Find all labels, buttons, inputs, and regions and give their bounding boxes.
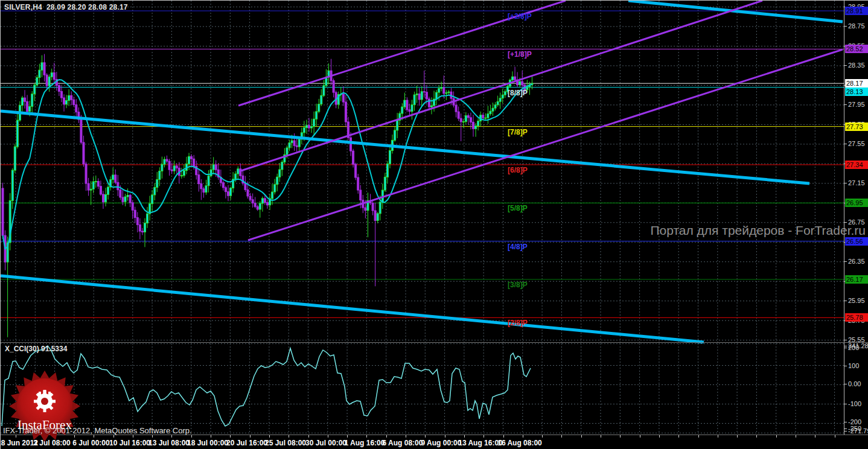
price-badge: 27.73 [845,123,868,131]
time-label: 16 Aug 08:00 [497,439,542,447]
time-axis-tick-mark [191,435,192,438]
candle-body-up [377,214,378,221]
price-axis-tick-mark [844,26,847,27]
time-axis-tick-mark [328,435,328,438]
candle-body-up [237,169,239,174]
candle-body-up [261,199,263,203]
candle-body-down [203,189,205,193]
time-label: 25 Jul 08:00 [265,439,306,447]
time-axis-tick-mark [620,435,621,438]
candle-body-down [293,141,295,145]
candle-body-up [107,187,109,194]
trendline [1,111,809,183]
candle-body-down [257,206,258,209]
time-axis-tick-mark [542,435,543,438]
candle-body-down [514,77,516,80]
price-badge: 25.78 [845,313,868,322]
candle-body-up [492,108,494,111]
candle-body-up [289,143,290,148]
time-label: 13 Aug 16:00 [458,439,503,447]
time-label: 30 Jul 00:00 [305,439,346,447]
candle-body-up [462,121,464,122]
cci-axis-tick-mark [844,384,847,384]
time-axis-tick-mark [445,435,445,438]
candle-body-down [191,156,193,159]
candle-body-down [85,164,87,183]
candle-body-up [127,195,129,197]
candle-body-down [350,138,352,151]
time-axis-tick-mark [601,435,601,438]
candle-body-down [88,183,89,190]
candle-body-up [152,195,153,204]
time-axis-tick-mark [425,435,426,438]
candle-body-up [208,176,209,185]
price-chart-pane[interactable] [1,1,844,343]
candle-body-up [159,171,161,179]
price-tick: 27.15 [848,180,865,186]
candle-body-down [83,142,85,164]
candle-body-up [499,98,501,101]
price-badge: 28.13 [845,88,868,96]
price-axis-tick-mark [844,340,847,340]
candle-body-up [92,182,94,189]
price-badge: 27.34 [845,161,868,169]
candle-body-down [374,211,376,220]
time-axis-tick-mark [698,435,699,438]
candle-body-down [353,151,354,164]
candle-body-up [475,126,477,129]
candle-body-up [147,214,148,223]
symbol-ohlc-readout: SILVER,H4 28.09 28.20 28.08 28.17 [4,3,128,11]
time-axis-tick-mark [386,435,387,438]
candle-body-up [303,128,305,133]
time-axis-tick-mark [659,435,660,438]
time-axis-tick-mark [250,435,251,438]
candle-body-up [318,104,320,111]
candle-body-down [357,177,359,190]
candle-body-up [235,174,237,179]
candle-body-up [180,176,182,176]
candle-body-up [286,148,288,154]
trendline [1,276,704,342]
murrey-label: [7/8]P [508,128,528,136]
candle-body-down [254,203,256,207]
price-tick: 27.55 [848,141,865,147]
price-badge: 26.95 [845,199,868,207]
murrey-label: [8/8]P [508,89,528,97]
candle-body-down [97,181,99,186]
time-axis-tick-mark [308,435,309,438]
candle-body-up [274,185,276,192]
candle-body-down [100,186,101,194]
murrey-label: [2/8]P [508,319,528,327]
price-axis-tick-mark [844,222,847,223]
pane-separator [1,342,868,343]
candle-body-up [112,175,114,180]
candle-body-down [58,86,60,92]
candle-body-down [418,94,420,99]
murrey-label: [4/8]P [508,243,528,251]
candle-body-up [411,105,413,112]
candle-body-up [465,116,467,122]
candle-body-up [48,77,50,86]
candle-body-up [276,177,278,184]
candle-body-up [66,101,68,104]
candle-body-up [279,170,281,177]
candle-body-up [29,106,31,111]
candle-body-up [511,77,513,80]
cci-grid [1,343,844,434]
time-label: 10 Jul 16:00 [109,439,150,447]
candle-body-up [14,147,16,170]
cci-line [2,346,531,426]
trendline [628,1,843,22]
candle-body-up [183,171,185,176]
candle-body-up [494,105,496,108]
cci-axis-tick-mark [844,431,847,431]
candle-body-down [264,199,266,203]
time-label: 1 Aug 16:00 [345,439,385,447]
candle-body-down [27,101,28,111]
candle-body-down [522,81,523,85]
candle-body-down [225,188,226,192]
candle-body-up [477,121,479,126]
candle-body-down [247,189,249,196]
candle-body-down [296,145,298,147]
time-label: 9 Aug 00:00 [421,439,462,447]
